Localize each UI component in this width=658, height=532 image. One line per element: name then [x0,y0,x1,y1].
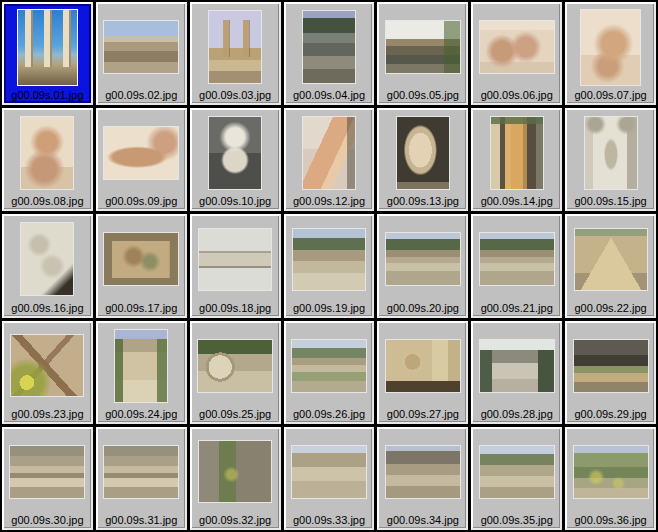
thumbnail-cell[interactable]: g00.09s.23.jpg [2,321,93,424]
thumbnail-cell[interactable]: g00.09s.29.jpg [565,321,656,424]
thumbnail-cell[interactable]: g00.09s.18.jpg [190,214,281,317]
thumbnail-image[interactable] [303,11,355,83]
thumbnail-image[interactable] [491,117,543,189]
thumbnail-image[interactable] [115,330,167,402]
filename-label: g00.09s.34.jpg [387,513,459,527]
thumbnail-image[interactable] [480,21,554,73]
thumbnail-cell[interactable]: g00.09s.09.jpg [96,108,187,211]
thumbnail-image[interactable] [574,446,648,498]
thumbnail-image[interactable] [21,117,73,189]
thumbnail-cell[interactable]: g00.09s.31.jpg [96,427,187,530]
filename-label: g00.09s.30.jpg [11,513,83,527]
thumbnail-cell[interactable]: g00.09s.01.jpg [2,2,93,105]
thumbnail-cell[interactable]: g00.09s.34.jpg [377,427,468,530]
thumbnail-image[interactable] [293,229,365,290]
thumbnail-image[interactable] [303,117,355,189]
filename-label: g00.09s.05.jpg [387,88,459,102]
thumbnail-grid: g00.09s.01.jpg g00.09s.02.jpg g00.09s.03… [0,0,658,532]
filename-label: g00.09s.10.jpg [199,194,271,208]
thumbnail-image[interactable] [292,340,366,392]
thumbnail-cell[interactable]: g00.09s.06.jpg [471,2,562,105]
thumbnail-image[interactable] [209,11,261,83]
filename-label: g00.09s.15.jpg [574,194,646,208]
filename-label: g00.09s.04.jpg [293,88,365,102]
thumbnail-image[interactable] [480,446,554,498]
thumbnail-cell[interactable]: g00.09s.32.jpg [190,427,281,530]
thumbnail-cell[interactable]: g00.09s.16.jpg [2,214,93,317]
thumbnail-cell[interactable]: g00.09s.10.jpg [190,108,281,211]
filename-label: g00.09s.32.jpg [199,513,271,527]
thumbnail-image[interactable] [198,340,272,392]
filename-label: g00.09s.12.jpg [293,194,365,208]
thumbnail-cell[interactable]: g00.09s.22.jpg [565,214,656,317]
filename-label: g00.09s.25.jpg [199,407,271,421]
thumbnail-cell[interactable]: g00.09s.36.jpg [565,427,656,530]
thumbnail-image[interactable] [386,21,460,73]
thumbnail-image[interactable] [480,340,554,392]
thumbnail-image[interactable] [386,340,460,392]
filename-label: g00.09s.21.jpg [481,301,553,315]
thumbnail-cell[interactable]: g00.09s.05.jpg [377,2,468,105]
filename-label: g00.09s.20.jpg [387,301,459,315]
filename-label: g00.09s.27.jpg [387,407,459,421]
thumbnail-image[interactable] [209,117,261,189]
thumbnail-image[interactable] [397,117,449,189]
thumbnail-image[interactable] [574,340,648,392]
thumbnail-image[interactable] [292,446,366,498]
thumbnail-cell[interactable]: g00.09s.17.jpg [96,214,187,317]
thumbnail-cell[interactable]: g00.09s.12.jpg [284,108,375,211]
filename-label: g00.09s.06.jpg [481,88,553,102]
thumbnail-image[interactable] [585,117,637,189]
thumbnail-image[interactable] [199,441,271,502]
thumbnail-cell[interactable]: g00.09s.26.jpg [284,321,375,424]
thumbnail-cell[interactable]: g00.09s.13.jpg [377,108,468,211]
filename-label: g00.09s.02.jpg [105,88,177,102]
thumbnail-image[interactable] [104,446,178,498]
thumbnail-cell[interactable]: g00.09s.03.jpg [190,2,281,105]
thumbnail-image[interactable] [386,446,460,498]
thumbnail-image[interactable] [11,335,83,396]
thumbnail-cell[interactable]: g00.09s.30.jpg [2,427,93,530]
thumbnail-cell[interactable]: g00.09s.08.jpg [2,108,93,211]
thumbnail-image[interactable] [480,233,554,285]
thumbnail-cell[interactable]: g00.09s.33.jpg [284,427,375,530]
filename-label: g00.09s.24.jpg [105,407,177,421]
filename-label: g00.09s.28.jpg [481,407,553,421]
thumbnail-image[interactable] [104,21,178,73]
thumbnail-cell[interactable]: g00.09s.02.jpg [96,2,187,105]
filename-label: g00.09s.16.jpg [11,301,83,315]
thumbnail-cell[interactable]: g00.09s.19.jpg [284,214,375,317]
thumbnail-cell[interactable]: g00.09s.07.jpg [565,2,656,105]
thumbnail-image[interactable] [386,233,460,285]
thumbnail-cell[interactable]: g00.09s.04.jpg [284,2,375,105]
filename-label: g00.09s.31.jpg [105,513,177,527]
filename-label: g00.09s.29.jpg [574,407,646,421]
thumbnail-image[interactable] [104,127,178,179]
thumbnail-cell[interactable]: g00.09s.15.jpg [565,108,656,211]
filename-label: g00.09s.07.jpg [574,88,646,102]
thumbnail-cell[interactable]: g00.09s.27.jpg [377,321,468,424]
thumbnail-image[interactable] [21,223,73,295]
filename-label: g00.09s.17.jpg [105,301,177,315]
filename-label: g00.09s.23.jpg [11,407,83,421]
thumbnail-cell[interactable]: g00.09s.28.jpg [471,321,562,424]
thumbnail-image[interactable] [581,10,640,85]
thumbnail-image[interactable] [575,229,647,290]
filename-label: g00.09s.03.jpg [199,88,271,102]
thumbnail-cell[interactable]: g00.09s.14.jpg [471,108,562,211]
filename-label: g00.09s.01.jpg [11,88,83,102]
filename-label: g00.09s.18.jpg [199,301,271,315]
filename-label: g00.09s.08.jpg [11,194,83,208]
thumbnail-cell[interactable]: g00.09s.35.jpg [471,427,562,530]
thumbnail-cell[interactable]: g00.09s.25.jpg [190,321,281,424]
filename-label: g00.09s.33.jpg [293,513,365,527]
filename-label: g00.09s.36.jpg [574,513,646,527]
thumbnail-image[interactable] [10,446,84,498]
thumbnail-cell[interactable]: g00.09s.20.jpg [377,214,468,317]
thumbnail-image[interactable] [18,10,77,85]
thumbnail-image[interactable] [104,233,178,285]
thumbnail-cell[interactable]: g00.09s.21.jpg [471,214,562,317]
thumbnail-cell[interactable]: g00.09s.24.jpg [96,321,187,424]
thumbnail-image[interactable] [199,229,271,290]
filename-label: g00.09s.26.jpg [293,407,365,421]
